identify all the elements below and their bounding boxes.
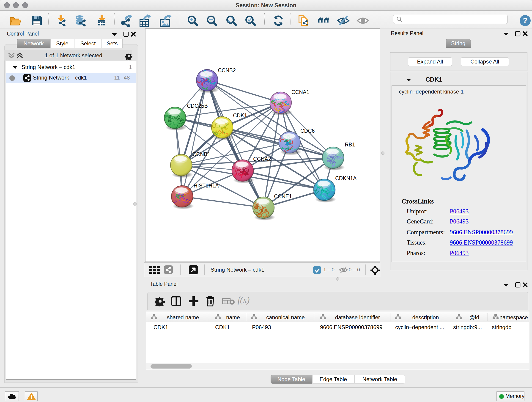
svg-text:?: ? [523,16,528,25]
svg-text:CCNB1: CCNB1 [192,151,210,157]
svg-text:CCNA2: CCNA2 [253,156,271,162]
svg-text:CCNA1: CCNA1 [291,89,309,95]
svg-text:CCNB2: CCNB2 [218,67,236,73]
svg-text:CDK1: CDK1 [233,113,247,119]
svg-text:RB1: RB1 [345,142,355,148]
svg-text:HIST1H1A: HIST1H1A [194,183,219,189]
svg-text:CDC25B: CDC25B [187,103,208,109]
svg-text:CDC6: CDC6 [300,128,315,134]
svg-text:CCNE1: CCNE1 [274,193,292,199]
svg-text:CDKN1A: CDKN1A [335,175,357,181]
